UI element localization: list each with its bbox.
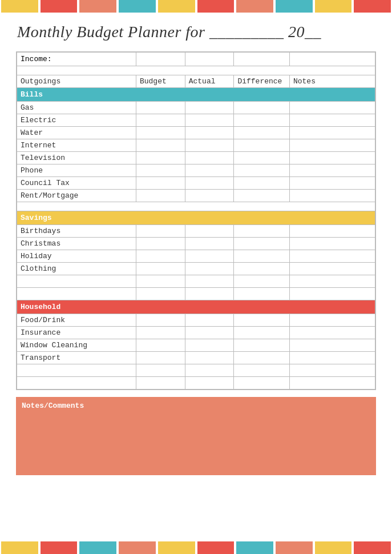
main-table-wrapper: Income: Outgoings Budget Actual Differen… (16, 51, 376, 390)
bar-seg-2 (41, 0, 78, 13)
list-item: Transport (17, 352, 375, 364)
bar-bot-2 (41, 541, 78, 554)
income-row: Income: (17, 53, 375, 66)
empty-row-2 (17, 288, 375, 300)
list-item: Television (17, 152, 375, 164)
household-window-cleaning: Window Cleaning (17, 339, 136, 352)
bar-seg-5 (158, 0, 195, 13)
savings-label: Savings (17, 211, 375, 225)
household-category-header: Household (17, 300, 375, 314)
bar-seg-6 (197, 0, 235, 13)
list-item: Electric (17, 114, 375, 127)
col-header-difference: Difference (234, 75, 290, 88)
list-item: Water (17, 127, 375, 139)
savings-christmas: Christmas (17, 238, 136, 250)
bills-television: Television (17, 152, 136, 164)
savings-birthdays: Birthdays (17, 225, 136, 238)
bar-bot-8 (276, 541, 313, 554)
budget-table: Income: Outgoings Budget Actual Differen… (17, 52, 375, 390)
bar-bot-1 (1, 541, 38, 554)
column-headers: Outgoings Budget Actual Difference Notes (17, 75, 375, 88)
bar-bot-6 (197, 541, 235, 554)
income-notes[interactable] (289, 53, 375, 66)
bar-seg-3 (79, 0, 116, 13)
household-transport: Transport (17, 352, 136, 364)
bar-bot-4 (119, 541, 156, 554)
title-area: Monthly Budget Planner for _________ 20_… (0, 13, 392, 47)
bills-category-header: Bills (17, 88, 375, 102)
savings-category-header: Savings (17, 211, 375, 225)
list-item: Holiday (17, 250, 375, 263)
list-item: Clothing (17, 263, 375, 275)
spacer-row-2 (17, 202, 375, 211)
bar-seg-4 (119, 0, 156, 13)
empty-row-1 (17, 275, 375, 288)
list-item: Food/Drink (17, 314, 375, 327)
list-item: Insurance (17, 327, 375, 339)
page-title: Monthly Budget Planner for _________ 20_… (17, 23, 321, 41)
income-actual[interactable] (185, 53, 234, 66)
notes-box[interactable]: Notes/Comments (16, 397, 376, 475)
bar-seg-8 (276, 0, 313, 13)
bar-bot-3 (79, 541, 116, 554)
col-header-budget: Budget (136, 75, 185, 88)
bills-label: Bills (17, 88, 375, 102)
list-item: Birthdays (17, 225, 375, 238)
page: Monthly Budget Planner for _________ 20_… (0, 0, 392, 554)
col-header-notes: Notes (289, 75, 375, 88)
household-insurance: Insurance (17, 327, 136, 339)
bar-seg-9 (315, 0, 352, 13)
list-item: Window Cleaning (17, 339, 375, 352)
income-diff[interactable] (234, 53, 290, 66)
household-food-drink: Food/Drink (17, 314, 136, 327)
bills-gas: Gas (17, 102, 136, 114)
list-item: Gas (17, 102, 375, 114)
bar-bot-7 (236, 541, 273, 554)
bills-rent-mortgage: Rent/Mortgage (17, 190, 136, 202)
list-item: Christmas (17, 238, 375, 250)
income-budget[interactable] (136, 53, 185, 66)
col-header-actual: Actual (185, 75, 234, 88)
notes-label: Notes/Comments (22, 402, 370, 410)
list-item: Council Tax (17, 177, 375, 190)
bills-council-tax: Council Tax (17, 177, 136, 190)
empty-row-4 (17, 377, 375, 390)
bar-seg-1 (1, 0, 38, 13)
bills-phone: Phone (17, 164, 136, 177)
bar-bot-5 (158, 541, 195, 554)
notes-content[interactable] (22, 414, 370, 471)
savings-holiday: Holiday (17, 250, 136, 263)
bar-seg-10 (354, 0, 391, 13)
bar-seg-7 (236, 0, 273, 13)
notes-section: Notes/Comments (16, 397, 376, 475)
bar-bot-9 (315, 541, 352, 554)
color-bar-top (0, 0, 392, 13)
bills-water: Water (17, 127, 136, 139)
spacer-row-1 (17, 66, 375, 75)
bar-bot-10 (354, 541, 391, 554)
color-bar-bottom (0, 541, 392, 554)
bills-internet: Internet (17, 139, 136, 152)
list-item: Rent/Mortgage (17, 190, 375, 202)
savings-clothing: Clothing (17, 263, 136, 275)
empty-row-3 (17, 364, 375, 377)
bills-electric: Electric (17, 114, 136, 127)
col-header-outgoings: Outgoings (17, 75, 136, 88)
list-item: Internet (17, 139, 375, 152)
list-item: Phone (17, 164, 375, 177)
household-label: Household (17, 300, 375, 314)
income-label: Income: (17, 53, 136, 66)
